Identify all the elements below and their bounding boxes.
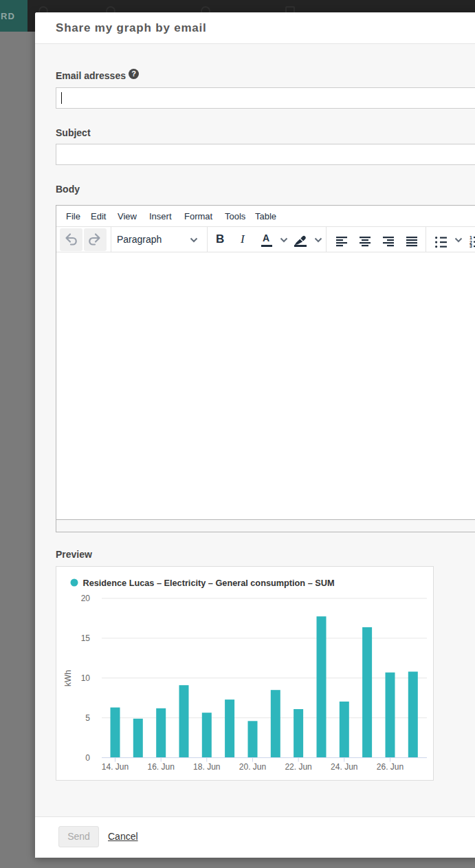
svg-text:14. Jun: 14. Jun	[102, 762, 129, 772]
svg-text:20: 20	[81, 594, 91, 603]
svg-text:10: 10	[81, 673, 91, 683]
svg-text:5: 5	[85, 713, 90, 723]
svg-text:20. Jun: 20. Jun	[239, 762, 266, 772]
svg-text:3: 3	[470, 243, 472, 248]
svg-text:Residence Lucas – Electricity: Residence Lucas – Electricity – General …	[83, 578, 335, 588]
svg-text:24. Jun: 24. Jun	[331, 762, 357, 772]
svg-text:18. Jun: 18. Jun	[193, 762, 220, 772]
svg-text:22. Jun: 22. Jun	[285, 762, 311, 772]
svg-text:26. Jun: 26. Jun	[377, 762, 404, 772]
svg-text:kWh: kWh	[63, 670, 73, 686]
svg-text:16. Jun: 16. Jun	[148, 762, 175, 772]
svg-text:15: 15	[81, 633, 91, 643]
svg-text:0: 0	[85, 753, 90, 763]
